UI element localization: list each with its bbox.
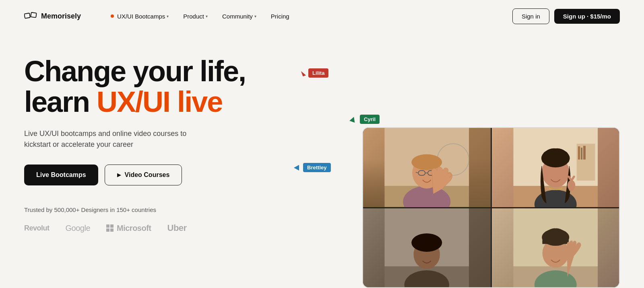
nav-dot <box>111 14 114 18</box>
nav-actions: Sign in Sign up · $15/mo <box>512 8 620 24</box>
video-grid <box>362 127 620 288</box>
nav-community[interactable]: Community ▾ <box>217 10 262 23</box>
google-brand: Google <box>66 224 91 233</box>
svg-point-22 <box>567 180 575 191</box>
hero-visual: Lilita Cyril Brettley <box>262 44 620 288</box>
hero-content: Change your life, learn UX/UI live Live … <box>24 44 246 288</box>
video-cell-3 <box>363 208 491 288</box>
signin-button[interactable]: Sign in <box>512 8 549 24</box>
cursor-label-lilita: Lilita <box>308 68 328 78</box>
live-bootcamps-button[interactable]: Live Bootcamps <box>24 165 98 185</box>
nav-product[interactable]: Product ▾ <box>178 10 213 23</box>
brands-list: Revolut Google Microsoft Uber <box>24 223 246 233</box>
svg-point-37 <box>542 229 569 246</box>
nav-links: UX/UI Bootcamps ▾ Product ▾ Community ▾ … <box>105 10 512 23</box>
person2-svg <box>492 128 619 207</box>
svg-point-31 <box>430 239 436 245</box>
video-courses-button[interactable]: ▶ Video Courses <box>105 165 182 185</box>
svg-rect-1 <box>31 12 36 18</box>
svg-rect-17 <box>581 148 582 159</box>
logo-text: Memorisely <box>41 12 81 21</box>
revolut-brand: Revolut <box>24 224 50 232</box>
trusted-text: Trusted by 500,000+ Designers in 150+ co… <box>24 206 246 213</box>
person1-svg <box>363 128 491 207</box>
navigation: Memorisely UX/UI Bootcamps ▾ Product ▾ C… <box>0 0 644 32</box>
svg-rect-18 <box>583 146 586 160</box>
cursor-label-brettley: Brettley <box>303 163 330 172</box>
svg-rect-16 <box>578 146 580 160</box>
hero-title: Change your life, learn UX/UI live <box>24 56 246 117</box>
chevron-down-icon: ▾ <box>206 14 208 19</box>
cursor-arrow-lilita <box>301 70 306 76</box>
cursor-lilita: Lilita <box>302 68 328 78</box>
video-cell-2 <box>492 128 619 207</box>
microsoft-brand: Microsoft <box>106 224 151 233</box>
video-cell-4 <box>492 208 619 288</box>
cursor-arrow-brettley <box>294 165 299 171</box>
cursor-label-cyril: Cyril <box>360 115 380 124</box>
play-icon: ▶ <box>117 172 121 178</box>
nav-bootcamps[interactable]: UX/UI Bootcamps ▾ <box>105 10 174 23</box>
svg-point-21 <box>541 149 570 167</box>
uber-brand: Uber <box>167 223 187 233</box>
logo-icon <box>24 10 37 22</box>
nav-pricing[interactable]: Pricing <box>265 10 295 23</box>
cursor-brettley: Brettley <box>294 163 330 172</box>
svg-point-32 <box>416 241 421 246</box>
chevron-down-icon: ▾ <box>254 14 256 19</box>
svg-rect-0 <box>24 13 30 18</box>
person3-svg <box>363 208 491 288</box>
microsoft-icon <box>106 224 114 232</box>
chevron-down-icon: ▾ <box>167 14 169 19</box>
hero-buttons: Live Bootcamps ▶ Video Courses <box>24 165 246 185</box>
person4-svg <box>492 208 619 288</box>
video-cell-1 <box>363 128 491 207</box>
signup-button[interactable]: Sign up · $15/mo <box>554 9 620 24</box>
hero-subtitle: Live UX/UI bootcamps and online video co… <box>24 128 201 150</box>
logo[interactable]: Memorisely <box>24 10 81 22</box>
cursor-arrow-cyril <box>349 116 357 123</box>
svg-point-7 <box>411 154 442 170</box>
hero-section: Change your life, learn UX/UI live Live … <box>0 32 644 288</box>
cursor-cyril: Cyril <box>350 115 380 124</box>
